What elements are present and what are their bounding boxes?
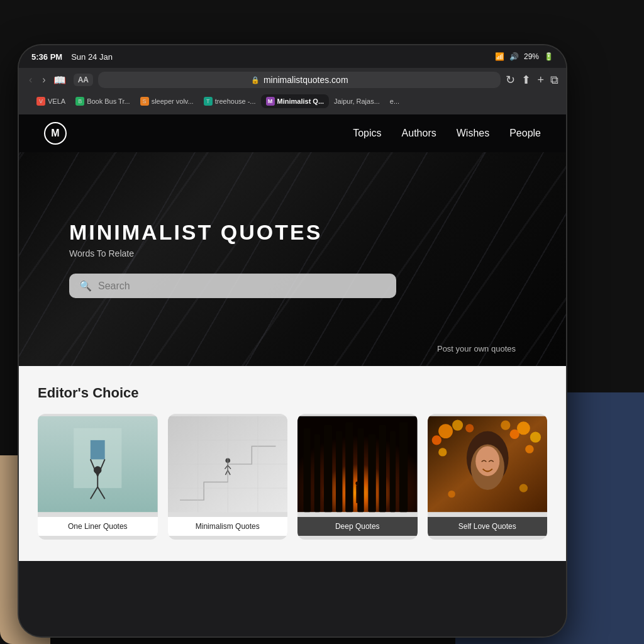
svg-rect-27 bbox=[345, 422, 353, 512]
tab-label-sleeper: sleeper volv... bbox=[152, 97, 194, 105]
hero-content: MINIMALIST QUOTES Words To Relate 🔍 bbox=[69, 220, 516, 298]
tabs-button[interactable]: ⧉ bbox=[550, 74, 558, 87]
lock-icon: 🔒 bbox=[251, 76, 260, 84]
refresh-button[interactable]: ↻ bbox=[506, 73, 515, 87]
tab-vela[interactable]: V VELA bbox=[31, 94, 70, 108]
svg-rect-33 bbox=[356, 485, 358, 503]
address-bar[interactable]: 🔒 minimalistquotes.com bbox=[98, 72, 501, 88]
svg-rect-30 bbox=[379, 425, 386, 512]
tab-sleeper[interactable]: S sleeper volv... bbox=[135, 94, 199, 108]
card-deep-label: Deep Quotes bbox=[297, 517, 418, 536]
card-self-love-label: Self Love Quotes bbox=[428, 517, 548, 536]
signal-icon: 🔊 bbox=[509, 52, 519, 61]
card-deep[interactable]: Deep Quotes bbox=[297, 414, 418, 540]
card-minimalism-label: Minimalism Quotes bbox=[168, 517, 288, 536]
hero-subtitle: Words To Relate bbox=[69, 248, 516, 258]
battery-icon: 🔋 bbox=[544, 52, 553, 61]
nav-link-wishes[interactable]: Wishes bbox=[457, 128, 489, 139]
tab-treehouse[interactable]: T treehouse -... bbox=[199, 94, 261, 108]
card-one-liner[interactable]: One Liner Quotes bbox=[38, 414, 158, 540]
svg-point-38 bbox=[431, 435, 441, 445]
nav-right-buttons: ↻ ⬆ + ⧉ bbox=[506, 73, 558, 87]
nav-link-topics[interactable]: Topics bbox=[353, 128, 381, 139]
browser-nav: ‹ › 📖 AA 🔒 minimalistquotes.com ↻ ⬆ + ⧉ bbox=[26, 72, 558, 88]
status-left: 5:36 PM Sun 24 Jan bbox=[31, 52, 113, 62]
card-one-liner-image bbox=[38, 414, 158, 514]
card-minimalism[interactable]: Minimalism Quotes bbox=[168, 414, 288, 540]
nav-link-authors[interactable]: Authors bbox=[402, 128, 436, 139]
card-one-liner-label: One Liner Quotes bbox=[38, 517, 158, 536]
tab-label-e: e... bbox=[390, 97, 399, 105]
editors-choice-section: Editor's Choice bbox=[19, 366, 566, 561]
battery-percent: 29% bbox=[524, 52, 539, 61]
tab-favicon-vela: V bbox=[36, 97, 45, 106]
status-date: Sun 24 Jan bbox=[71, 52, 113, 62]
scene: 5:36 PM Sun 24 Jan 📶 🔊 29% 🔋 ‹ › 📖 AA bbox=[0, 0, 644, 644]
svg-rect-23 bbox=[304, 428, 311, 512]
tab-label-minimalist: Minimalist Q... bbox=[277, 97, 325, 105]
svg-point-47 bbox=[465, 424, 474, 432]
ipad-device: 5:36 PM Sun 24 Jan 📶 🔊 29% 🔋 ‹ › 📖 AA bbox=[19, 45, 566, 636]
svg-point-43 bbox=[438, 448, 447, 456]
wifi-icon: 📶 bbox=[495, 52, 504, 61]
tabs-bar: V VELA B Book Bus Tr... S sleeper volv..… bbox=[26, 92, 558, 111]
ipad-screen: 5:36 PM Sun 24 Jan 📶 🔊 29% 🔋 ‹ › 📖 AA bbox=[19, 45, 566, 636]
browser-chrome: ‹ › 📖 AA 🔒 minimalistquotes.com ↻ ⬆ + ⧉ bbox=[19, 68, 566, 114]
site-content: M Topics Authors Wishes People MINIMALIS… bbox=[19, 114, 566, 561]
card-self-love[interactable]: Self Love Quotes bbox=[428, 414, 548, 540]
post-quotes-link[interactable]: Post your own quotes bbox=[437, 344, 516, 353]
svg-point-34 bbox=[355, 482, 359, 486]
status-bar: 5:36 PM Sun 24 Jan 📶 🔊 29% 🔋 bbox=[19, 45, 566, 68]
svg-rect-31 bbox=[390, 431, 396, 513]
share-button[interactable]: ⬆ bbox=[521, 73, 531, 87]
search-icon: 🔍 bbox=[79, 280, 92, 292]
tab-bookbus[interactable]: B Book Bus Tr... bbox=[70, 94, 135, 108]
tab-e[interactable]: e... bbox=[385, 95, 404, 108]
tab-favicon-minimalist: M bbox=[266, 97, 275, 106]
tab-jaipur[interactable]: Jaipur, Rajas... bbox=[329, 95, 385, 108]
tab-minimalist[interactable]: M Minimalist Q... bbox=[261, 94, 330, 108]
site-hero: MINIMALIST QUOTES Words To Relate 🔍 Post… bbox=[19, 152, 566, 366]
search-input[interactable] bbox=[98, 280, 386, 292]
svg-rect-2 bbox=[91, 440, 105, 459]
new-tab-button[interactable]: + bbox=[537, 74, 544, 87]
status-right: 📶 🔊 29% 🔋 bbox=[495, 52, 553, 61]
svg-rect-25 bbox=[324, 425, 332, 512]
tab-favicon-sleeper: S bbox=[140, 97, 149, 106]
forward-button[interactable]: › bbox=[40, 72, 48, 88]
tab-favicon-bookbus: B bbox=[75, 97, 84, 106]
reader-mode-button[interactable]: AA bbox=[74, 74, 93, 86]
search-bar[interactable]: 🔍 bbox=[69, 274, 396, 298]
tab-label-bookbus: Book Bus Tr... bbox=[87, 97, 130, 105]
svg-rect-24 bbox=[314, 434, 321, 512]
svg-rect-26 bbox=[336, 431, 342, 513]
svg-rect-29 bbox=[368, 434, 375, 512]
svg-point-41 bbox=[509, 430, 519, 439]
site-nav-links: Topics Authors Wishes People bbox=[353, 128, 541, 139]
card-self-love-image bbox=[428, 414, 548, 514]
hero-title: MINIMALIST QUOTES bbox=[69, 220, 516, 245]
cards-row: One Liner Quotes bbox=[38, 414, 547, 540]
site-logo[interactable]: M bbox=[44, 122, 67, 145]
svg-point-49 bbox=[448, 491, 455, 497]
address-text: minimalistquotes.com bbox=[264, 75, 348, 85]
svg-point-42 bbox=[525, 445, 533, 453]
svg-point-37 bbox=[452, 420, 463, 431]
editors-choice-title: Editor's Choice bbox=[38, 385, 547, 401]
card-deep-image bbox=[297, 414, 418, 514]
card-minimalism-image bbox=[168, 414, 288, 514]
tab-label-treehouse: treehouse -... bbox=[215, 97, 256, 105]
back-button[interactable]: ‹ bbox=[26, 72, 35, 88]
tab-label-vela: VELA bbox=[48, 97, 65, 105]
svg-point-50 bbox=[519, 484, 527, 492]
status-time: 5:36 PM bbox=[31, 52, 62, 62]
svg-point-48 bbox=[501, 420, 510, 430]
svg-point-36 bbox=[438, 424, 453, 438]
site-logo-letter: M bbox=[51, 128, 59, 139]
tab-label-jaipur: Jaipur, Rajas... bbox=[334, 97, 380, 105]
svg-point-40 bbox=[530, 432, 540, 443]
bookmarks-icon[interactable]: 📖 bbox=[53, 74, 66, 86]
tab-favicon-treehouse: T bbox=[204, 97, 213, 106]
site-navbar: M Topics Authors Wishes People bbox=[19, 114, 566, 152]
nav-link-people[interactable]: People bbox=[509, 128, 541, 139]
